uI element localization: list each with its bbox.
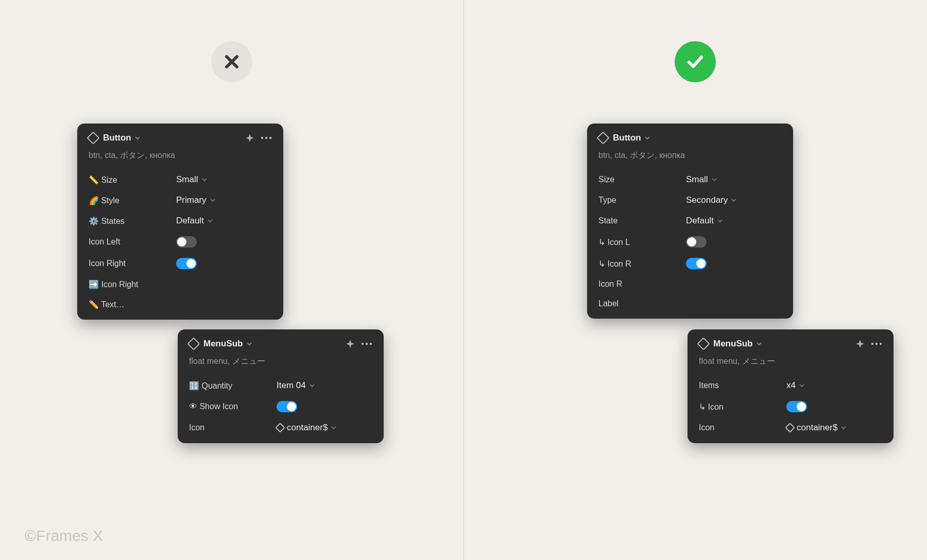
prop-value[interactable]: Item 04 xyxy=(277,380,315,391)
sparkle-icon[interactable] xyxy=(346,339,355,348)
prop-value[interactable]: Secondary xyxy=(686,195,737,205)
good-badge xyxy=(675,41,716,82)
panel-desc: btn, cta, ボタン, кнопка xyxy=(77,148,283,169)
toggle-icon-r[interactable] xyxy=(686,258,707,269)
svg-point-5 xyxy=(370,343,372,345)
panel-title: MenuSub xyxy=(713,339,753,349)
prop-label: ➡️ Icon Right xyxy=(89,279,176,289)
toggle-icon-l[interactable] xyxy=(686,236,707,248)
svg-point-1 xyxy=(265,137,267,139)
toggle-icon-left[interactable] xyxy=(176,236,197,248)
prop-label: Icon xyxy=(699,423,786,432)
check-icon xyxy=(684,50,707,73)
more-icon[interactable] xyxy=(361,342,372,345)
panel-desc: float menu, メニュー xyxy=(688,354,894,375)
prop-value[interactable]: Small xyxy=(176,174,208,185)
prop-label: Icon Left xyxy=(89,237,176,247)
prop-label: ✏️ Text… xyxy=(89,300,176,309)
prop-label: Icon Right xyxy=(89,259,176,268)
prop-label: ⚙️ States xyxy=(89,216,176,226)
prop-value[interactable]: Default xyxy=(686,216,723,226)
sparkle-icon[interactable] xyxy=(855,339,865,348)
svg-point-6 xyxy=(871,343,873,345)
toggle-show-icon[interactable] xyxy=(277,401,297,412)
prop-label: Size xyxy=(598,175,686,184)
svg-point-7 xyxy=(876,343,878,345)
prop-label: Icon R xyxy=(598,279,686,289)
svg-point-2 xyxy=(269,137,271,139)
component-icon xyxy=(187,337,200,350)
prop-label: ↳ Icon L xyxy=(598,237,686,247)
component-icon xyxy=(87,131,99,144)
bad-badge xyxy=(211,41,252,82)
more-icon[interactable] xyxy=(871,342,882,345)
component-icon xyxy=(697,337,710,350)
credit-text: ©Frames X xyxy=(25,527,103,545)
prop-label: State xyxy=(598,216,686,225)
prop-value[interactable]: Small xyxy=(686,174,717,185)
prop-label: 📏 Size xyxy=(89,175,176,185)
prop-label: 🔢 Quantity xyxy=(189,381,277,391)
panel-title: Button xyxy=(103,133,131,143)
prop-label: ↳ Icon R xyxy=(598,259,686,269)
prop-value[interactable]: Primary xyxy=(176,195,216,205)
component-icon xyxy=(596,131,609,144)
chevron-down-icon[interactable] xyxy=(756,341,762,347)
prop-label: ↳ Icon xyxy=(699,402,786,412)
panel-title: Button xyxy=(613,133,641,143)
chevron-down-icon[interactable] xyxy=(644,135,650,141)
menusub-panel-good: MenuSub float menu, メニュー Items x4 ↳ Icon… xyxy=(688,329,894,443)
panel-desc: btn, cta, ボタン, кнопка xyxy=(587,148,793,169)
bad-example-side: Button btn, cta, ボタン, кнопка 📏 Size Smal… xyxy=(0,0,464,560)
menusub-panel-bad: MenuSub float menu, メニュー 🔢 Quantity Item… xyxy=(178,329,384,443)
chevron-down-icon[interactable] xyxy=(246,341,252,347)
prop-label: 👁 Show Icon xyxy=(189,402,277,411)
panel-desc: float menu, メニュー xyxy=(178,354,384,375)
toggle-icon-right[interactable] xyxy=(176,258,197,269)
prop-label: Type xyxy=(598,196,686,205)
prop-value[interactable]: x4 xyxy=(786,380,805,391)
more-icon[interactable] xyxy=(261,136,272,139)
button-panel-bad: Button btn, cta, ボタン, кнопка 📏 Size Smal… xyxy=(77,124,283,320)
prop-value[interactable]: Default xyxy=(176,216,213,226)
panel-title: MenuSub xyxy=(203,339,243,349)
svg-point-3 xyxy=(362,343,364,345)
sparkle-icon[interactable] xyxy=(245,133,254,143)
x-icon xyxy=(221,51,242,72)
svg-point-0 xyxy=(261,137,263,139)
chevron-down-icon[interactable] xyxy=(134,135,141,141)
svg-point-4 xyxy=(366,343,368,345)
prop-label: Label xyxy=(598,299,686,308)
prop-label: 🌈 Style xyxy=(89,196,176,205)
prop-label: Items xyxy=(699,381,786,390)
good-example-side: Button btn, cta, ボタン, кнопка Size Small … xyxy=(464,0,927,560)
prop-value[interactable]: container$ xyxy=(277,423,337,433)
svg-point-8 xyxy=(880,343,882,345)
prop-label: Icon xyxy=(189,423,277,432)
button-panel-good: Button btn, cta, ボタン, кнопка Size Small … xyxy=(587,124,793,319)
prop-value[interactable]: container$ xyxy=(786,423,847,433)
toggle-icon[interactable] xyxy=(786,401,807,412)
